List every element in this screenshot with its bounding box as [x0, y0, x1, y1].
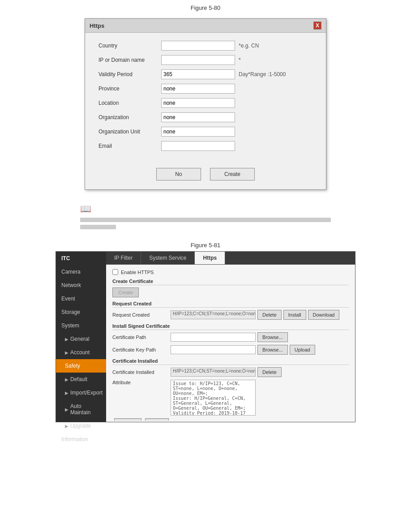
tab-system-service[interactable]: System Service [141, 252, 195, 264]
tab-bar: IP Filter System Service Https [106, 252, 355, 265]
arrow-auto: ▶ [65, 407, 68, 412]
sidebar-item-upgrade[interactable]: ▶ Upgrade [56, 419, 106, 433]
enable-https-checkbox[interactable] [112, 269, 118, 275]
province-row: Province [98, 84, 313, 94]
sidebar-label-default: Default [70, 376, 87, 382]
sidebar-item-account[interactable]: ▶ Account [56, 346, 106, 359]
tab-ip-filter-label: IP Filter [114, 255, 133, 261]
cert-path-row: Certificate Path Browse... [112, 332, 349, 342]
province-input[interactable] [161, 84, 235, 94]
upload-button[interactable]: Upload [290, 345, 315, 355]
cert-installed-value: H/IP=123;C=CN;ST=none;L=none;O=none;OU=n… [171, 368, 256, 377]
cert-installed-section: Certificate Installed [112, 358, 349, 365]
sidebar-label-camera: Camera [61, 269, 81, 275]
sidebar-label-auto-maintain: Auto Maintain [70, 403, 101, 416]
cert-key-path-row: Certificate Key Path Browse... Upload [112, 345, 349, 355]
create-cert-button[interactable]: Create [112, 287, 139, 297]
country-hint: *e.g. CN [239, 43, 259, 49]
sidebar-item-itc[interactable]: ITC [56, 252, 106, 265]
ok-button[interactable]: OK [145, 418, 169, 420]
sidebar-item-event[interactable]: Event [56, 292, 106, 305]
cert-key-path-input[interactable] [171, 345, 256, 354]
sidebar: ITC Camera Network Event Storage System [56, 252, 106, 422]
sidebar-label-network: Network [61, 282, 81, 288]
country-input[interactable] [161, 41, 235, 51]
sidebar-label-event: Event [61, 296, 75, 302]
province-label: Province [98, 86, 161, 92]
main-content: IP Filter System Service Https Enable HT… [106, 252, 355, 422]
organization-label: Organization [98, 114, 161, 120]
refresh-ok-row: Refresh OK [112, 418, 349, 420]
cert-path-label: Certificate Path [112, 335, 171, 340]
organization-input[interactable] [161, 112, 235, 122]
email-label: Email [98, 143, 161, 149]
arrow-upgrade: ▶ [65, 424, 68, 429]
sidebar-label-import-export: Import/Export [70, 390, 103, 396]
sidebar-label-upgrade: Upgrade [70, 423, 91, 429]
delete-request-button[interactable]: Delete [257, 310, 282, 320]
https-dialog: Https X Country *e.g. CN IP or Domain na… [85, 18, 326, 190]
country-label: Country [98, 43, 161, 49]
validity-input[interactable] [161, 69, 235, 79]
no-button[interactable]: No [156, 168, 201, 180]
delete-cert-button[interactable]: Delete [257, 367, 282, 377]
cert-path-input[interactable] [171, 333, 256, 342]
request-created-row: Request Created H/IP=123;C=CN;ST=none;L=… [112, 310, 349, 320]
dialog-container: Https X Country *e.g. CN IP or Domain na… [0, 14, 411, 194]
install-button[interactable]: Install [283, 310, 306, 320]
install-signed-section: Install Signed Certificate [112, 323, 349, 330]
dialog-title: Https [90, 22, 104, 29]
create-button[interactable]: Create [210, 168, 255, 180]
sidebar-item-import-export[interactable]: ▶ Import/Export [56, 386, 106, 399]
email-input[interactable] [161, 141, 235, 151]
sidebar-item-camera[interactable]: Camera [56, 265, 106, 279]
tab-system-service-label: System Service [149, 255, 186, 261]
sidebar-label-system: System [61, 322, 79, 329]
location-input[interactable] [161, 98, 235, 108]
enable-https-label: Enable HTTPS [121, 270, 154, 275]
sidebar-item-general[interactable]: ▶ General [56, 332, 106, 346]
note-bar-1 [80, 218, 331, 222]
dialog-footer: No Create [85, 160, 326, 189]
tab-https[interactable]: Https [195, 252, 225, 264]
location-label: Location [98, 100, 161, 106]
dialog-body: Country *e.g. CN IP or Domain name * Val… [85, 33, 326, 160]
cert-installed-label: Certificate Installed [112, 369, 171, 375]
location-row: Location [98, 98, 313, 108]
close-button[interactable]: X [313, 21, 321, 30]
sidebar-item-system[interactable]: System [56, 319, 106, 332]
refresh-button[interactable]: Refresh [114, 418, 141, 420]
sidebar-label-information: Information [61, 436, 88, 442]
sidebar-item-information[interactable]: Information [56, 433, 106, 446]
attribute-row: Attribute Issue to: H/IP=123, C=CN, ST=n… [112, 380, 349, 416]
request-created-section: Request Created [112, 301, 349, 308]
note-bar-2 [80, 225, 116, 229]
sidebar-item-default[interactable]: ▶ Default [56, 373, 106, 386]
note-inner: 📖 [80, 203, 331, 229]
attribute-textarea[interactable]: Issue to: H/IP=123, C=CN, ST=none, L=non… [171, 380, 256, 416]
download-button[interactable]: Download [308, 310, 340, 320]
note-icon: 📖 [80, 203, 331, 214]
sidebar-item-storage[interactable]: Storage [56, 305, 106, 319]
validity-hint: Day*Range :1-5000 [239, 71, 286, 77]
org-unit-input[interactable] [161, 127, 235, 137]
browse2-button[interactable]: Browse... [257, 345, 288, 355]
tab-https-label: Https [203, 255, 217, 261]
app-layout: ITC Camera Network Event Storage System [56, 252, 355, 422]
org-unit-row: Organization Unit [98, 127, 313, 137]
validity-label: Validity Period [98, 71, 161, 77]
org-unit-label: Organization Unit [98, 129, 161, 135]
sidebar-item-network[interactable]: Network [56, 279, 106, 292]
sidebar-label-account: Account [70, 349, 90, 356]
sidebar-item-auto-maintain[interactable]: ▶ Auto Maintain [56, 399, 106, 419]
sidebar-label-general: General [70, 336, 90, 342]
ip-domain-input[interactable] [161, 55, 235, 65]
tab-ip-filter[interactable]: IP Filter [106, 252, 141, 264]
sidebar-label-storage: Storage [61, 309, 80, 315]
browse1-button[interactable]: Browse... [257, 332, 288, 342]
sidebar-item-safety[interactable]: Safety [56, 359, 106, 373]
request-created-value: H/IP=123;C=CN;ST=none;L=none;O=none;OU=n… [171, 310, 256, 319]
arrow-default: ▶ [65, 377, 68, 382]
dialog-title-bar: Https X [85, 19, 326, 33]
ip-domain-hint: * [239, 57, 241, 63]
